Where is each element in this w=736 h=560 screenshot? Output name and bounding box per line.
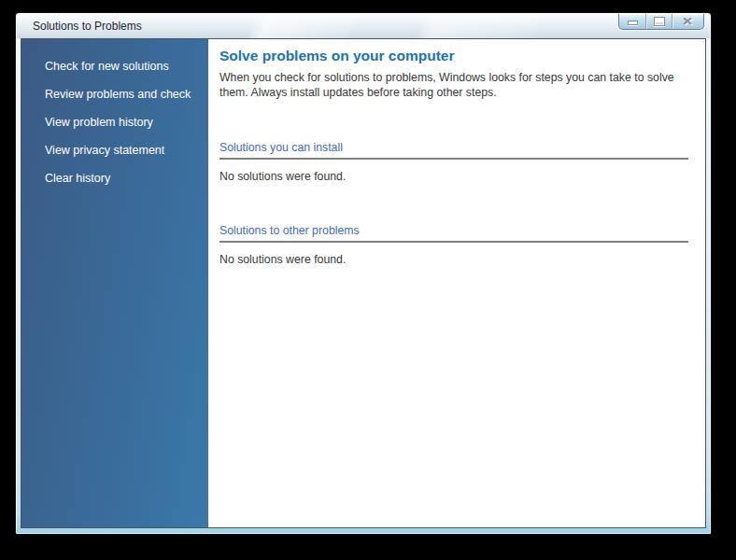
sidebar-item-view-problem-history[interactable]: View problem history [45, 117, 199, 129]
maximize-icon [654, 17, 665, 26]
sidebar-item-view-privacy-statement[interactable]: View privacy statement [45, 145, 199, 157]
solutions-to-problems-window: Solutions to Problems ✕ Check for new so… [15, 12, 712, 535]
minimize-button[interactable] [619, 14, 645, 29]
close-icon: ✕ [682, 16, 693, 27]
section-message: No solutions were found. [219, 253, 688, 266]
sidebar: Check for new solutions Review problems … [21, 39, 208, 527]
section-divider [219, 241, 688, 243]
close-button[interactable]: ✕ [672, 14, 703, 29]
window-controls: ✕ [618, 14, 704, 30]
window-title: Solutions to Problems [33, 20, 142, 33]
section-solutions-you-can-install: Solutions you can install No solutions w… [219, 141, 688, 183]
maximize-button[interactable] [645, 14, 672, 29]
main-panel: Solve problems on your computer When you… [208, 39, 705, 527]
page-title: Solve problems on your computer [219, 48, 688, 64]
sidebar-item-clear-history[interactable]: Clear history [45, 173, 199, 185]
page-description: When you check for solutions to problems… [219, 71, 688, 100]
section-header: Solutions you can install [219, 141, 688, 154]
section-solutions-to-other-problems: Solutions to other problems No solutions… [219, 224, 688, 266]
minimize-icon [628, 21, 638, 25]
section-message: No solutions were found. [219, 170, 688, 183]
sidebar-item-check-for-new-solutions[interactable]: Check for new solutions [45, 61, 199, 73]
content-area: Check for new solutions Review problems … [21, 38, 706, 528]
sidebar-item-review-problems-and-check[interactable]: Review problems and check [45, 89, 199, 101]
section-header: Solutions to other problems [219, 224, 688, 237]
titlebar[interactable]: Solutions to Problems ✕ [17, 14, 710, 38]
section-divider [219, 158, 688, 160]
